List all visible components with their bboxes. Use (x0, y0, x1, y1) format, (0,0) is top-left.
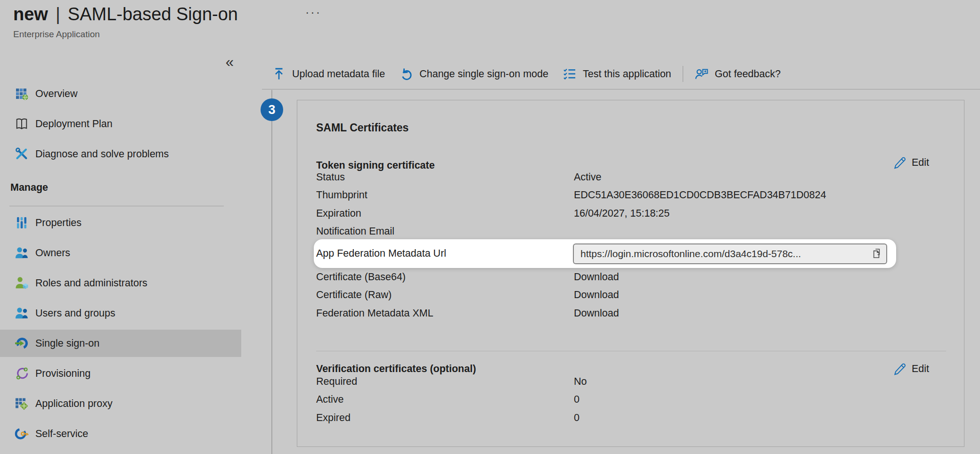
copy-url-button[interactable] (868, 246, 885, 262)
verification-rows: Required No Active 0 Expired 0 (316, 373, 945, 427)
deployment-plan-icon (14, 116, 29, 131)
panel-title: SAML Certificates (316, 122, 408, 134)
sidebar-item-label: Application proxy (35, 398, 113, 410)
azure-saml-sso-page: { "header": { "app_name": "new", "separa… (0, 0, 980, 454)
row-label: Federation Metadata XML (316, 308, 574, 319)
sidebar-item-label: Roles and administrators (35, 277, 147, 289)
required-value: No (574, 376, 587, 388)
sidebar-item-label: Users and groups (35, 308, 115, 319)
thumbprint-row: Thumbprint EDC51A30E36068ED1CD0CDB3BECFA… (316, 186, 945, 205)
sidebar-item-single-sign-on[interactable]: Single sign-on (0, 330, 241, 357)
row-label: Status (316, 171, 574, 183)
sidebar-item-roles[interactable]: Roles and administrators (0, 269, 241, 297)
diagnose-icon (14, 146, 29, 162)
sidebar-item-overview[interactable]: Overview (0, 80, 241, 107)
edit-label: Edit (912, 157, 929, 169)
row-label: Certificate (Raw) (316, 289, 574, 301)
step-3-badge: 3 (261, 98, 283, 121)
users-groups-icon (14, 306, 29, 321)
upload-metadata-file-button[interactable]: Upload metadata file (265, 63, 392, 85)
sidebar-item-label: Deployment Plan (35, 118, 113, 130)
sidebar-item-label: Overview (35, 88, 78, 100)
self-service-icon (14, 426, 29, 441)
certificate-raw-row: Certificate (Raw) Download (316, 286, 945, 305)
roles-icon (14, 276, 29, 291)
status-value: Active (574, 171, 602, 183)
expired-value: 0 (574, 412, 580, 424)
toolbar-button-label: Got feedback? (715, 68, 781, 80)
sidebar-item-owners[interactable]: Owners (0, 239, 241, 267)
sidebar-divider (9, 206, 224, 206)
row-label: Certificate (Base64) (316, 271, 574, 283)
page-subtitle: Enterprise Application (13, 29, 238, 40)
got-feedback-button[interactable]: Got feedback? (687, 63, 788, 85)
download-base64-link[interactable]: Download (574, 271, 619, 283)
toolbar-divider (683, 66, 684, 82)
section-divider (316, 351, 946, 351)
page-name: SAML-based Sign-on (68, 3, 238, 25)
toolbar-button-label: Test this application (583, 68, 671, 80)
sidebar-item-label: Self-service (35, 428, 88, 440)
download-metadata-xml-link[interactable]: Download (574, 308, 619, 319)
overview-icon (14, 86, 29, 101)
test-application-button[interactable]: Test this application (555, 63, 678, 85)
certificate-download-rows: Certificate (Base64) Download Certificat… (316, 268, 945, 323)
single-sign-on-icon (14, 336, 29, 351)
expiration-value: 16/04/2027, 15:18:25 (574, 208, 670, 219)
sidebar-item-label: Owners (35, 247, 70, 259)
pencil-icon (893, 156, 906, 169)
token-signing-rows: Status Active Thumbprint EDC51A30E36068E… (316, 168, 945, 241)
app-federation-metadata-url-row: App Federation Metadata Url (314, 239, 896, 268)
thumbprint-value: EDC51A30E36068ED1CD0CDB3BECFAD34B71D0824 (574, 189, 826, 201)
expiration-row: Expiration 16/04/2027, 15:18:25 (316, 204, 945, 223)
upload-icon (272, 67, 286, 81)
sidebar-item-label: Single sign-on (35, 338, 99, 349)
status-row: Status Active (316, 168, 945, 186)
toolbar-button-label: Change single sign-on mode (419, 68, 548, 80)
toolbar-button-label: Upload metadata file (292, 68, 385, 80)
page-title: new | SAML-based Sign-on (13, 3, 238, 25)
feedback-icon (694, 67, 709, 81)
sidebar-item-label: Provisioning (35, 368, 90, 380)
step-rail-line (271, 90, 272, 454)
sidebar-manage-heading: Manage (10, 182, 48, 194)
sidebar-item-diagnose[interactable]: Diagnose and solve problems (0, 140, 241, 168)
download-raw-link[interactable]: Download (574, 289, 619, 301)
sidebar-item-users-and-groups[interactable]: Users and groups (0, 300, 241, 327)
app-name: new (13, 3, 48, 25)
checklist-icon (563, 67, 577, 81)
owners-icon (14, 245, 29, 260)
sidebar-item-label: Diagnose and solve problems (35, 148, 169, 160)
required-row: Required No (316, 373, 945, 391)
certificate-base64-row: Certificate (Base64) Download (316, 268, 945, 286)
page-header: new | SAML-based Sign-on Enterprise Appl… (13, 3, 238, 40)
sidebar-manage-list: Properties Owners Roles and administrato… (0, 209, 241, 450)
sidebar-item-properties[interactable]: Properties (0, 209, 241, 236)
sidebar-item-provisioning[interactable]: Provisioning (0, 360, 241, 387)
command-toolbar: Upload metadata file Change single sign-… (262, 59, 980, 89)
title-separator: | (56, 3, 60, 25)
active-value: 0 (574, 394, 580, 405)
change-sso-mode-button[interactable]: Change single sign-on mode (392, 63, 555, 85)
row-label: Notification Email (316, 226, 574, 237)
notification-email-row: Notification Email (316, 223, 945, 241)
metadata-url-input[interactable] (573, 243, 887, 264)
sidebar-item-label: Properties (35, 217, 82, 229)
saml-certificates-panel: SAML Certificates Token signing certific… (297, 100, 964, 447)
collapse-sidebar-icon[interactable]: « (226, 55, 234, 69)
sidebar-item-deployment-plan[interactable]: Deployment Plan (0, 110, 241, 138)
sidebar: « Overview Deployment Plan Diagnose and … (0, 45, 241, 454)
row-label: Required (316, 376, 574, 388)
row-label: Expiration (316, 208, 574, 219)
application-proxy-icon (14, 396, 29, 411)
row-label: Thumbprint (316, 189, 574, 201)
row-label: App Federation Metadata Url (316, 248, 573, 259)
edit-token-signing-button[interactable]: Edit (893, 156, 929, 169)
provisioning-icon (14, 366, 29, 381)
copy-icon (870, 247, 883, 260)
sidebar-item-self-service[interactable]: Self-service (0, 420, 241, 447)
sidebar-general-list: Overview Deployment Plan Diagnose and so… (0, 80, 241, 170)
row-label: Expired (316, 412, 574, 424)
sidebar-item-application-proxy[interactable]: Application proxy (0, 390, 241, 417)
more-options-icon[interactable]: ··· (305, 7, 321, 18)
